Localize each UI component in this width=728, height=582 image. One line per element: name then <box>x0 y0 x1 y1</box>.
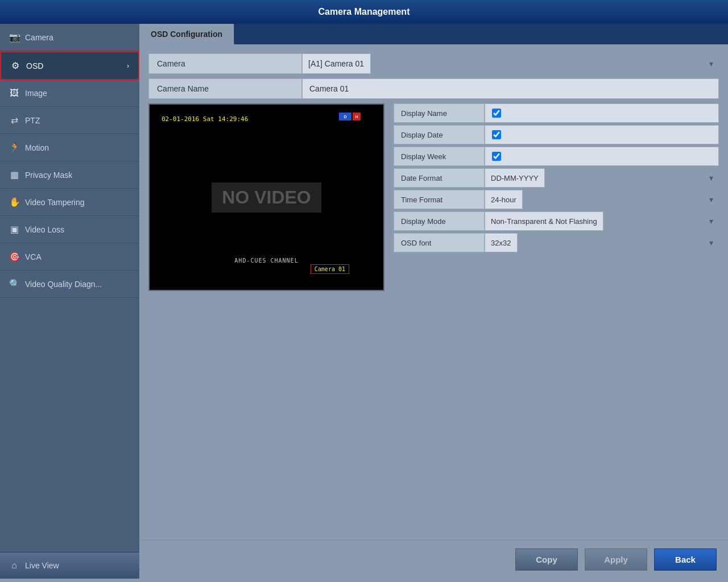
display-mode-label: Display Mode <box>394 211 485 231</box>
camera-name-row: Camera Name <box>148 78 719 99</box>
video-loss-icon: ▣ <box>9 224 19 235</box>
privacy-mask-icon: ▦ <box>9 169 19 180</box>
content-inner: Camera [A1] Camera 01 Camera Name <box>139 44 728 540</box>
camera-select[interactable]: [A1] Camera 01 <box>302 53 371 74</box>
time-format-select[interactable]: 24-hour 12-hour <box>485 190 523 209</box>
display-week-row: Display Week <box>394 147 719 166</box>
image-icon: 🖼 <box>9 88 19 98</box>
date-format-select[interactable]: DD-MM-YYYY MM-DD-YYYY YYYY-MM-DD <box>485 168 545 188</box>
display-date-row: Display Date <box>394 125 719 144</box>
logo-blue: D <box>339 113 351 120</box>
logo-red: H <box>353 113 361 120</box>
camera-name-overlay: Camera 01 <box>311 264 349 274</box>
sidebar-item-image[interactable]: 🖼 Image <box>0 80 139 107</box>
video-quality-icon: 🔍 <box>9 278 19 289</box>
ptz-icon: ⇄ <box>9 115 19 126</box>
camera-name-input[interactable] <box>302 78 719 99</box>
display-week-label: Display Week <box>394 147 485 166</box>
camera-row: Camera [A1] Camera 01 <box>148 53 719 74</box>
apply-button[interactable]: Apply <box>585 548 647 571</box>
sidebar-item-label: Video Tampering <box>25 198 85 207</box>
preview-panel: 02-01-2016 Sat 14:29:46 D H NO VIDEO AHD… <box>148 103 384 291</box>
live-view-button[interactable]: ⌂ Live View <box>0 552 139 579</box>
camera-icon: 📷 <box>9 32 19 43</box>
time-format-row: Time Format 24-hour 12-hour <box>394 190 719 209</box>
sidebar-item-video-loss[interactable]: ▣ Video Loss <box>0 216 139 243</box>
osd-font-row: OSD font 32x32 64x64 16x16 <box>394 233 719 252</box>
display-date-label: Display Date <box>394 125 485 144</box>
video-tampering-icon: ✋ <box>9 197 19 207</box>
display-mode-row: Display Mode Non-Transparent & Not Flash… <box>394 211 719 231</box>
display-date-checkbox[interactable] <box>492 130 501 139</box>
logo-overlay: D H <box>339 113 361 120</box>
display-name-label: Display Name <box>394 103 485 123</box>
display-mode-select[interactable]: Non-Transparent & Not Flashing Transpare… <box>485 211 603 231</box>
osd-content: 02-01-2016 Sat 14:29:46 D H NO VIDEO AHD… <box>148 103 719 291</box>
sidebar-item-osd[interactable]: ⚙ OSD › <box>0 51 139 80</box>
sidebar-item-label: OSD <box>26 61 43 70</box>
display-name-value <box>485 103 719 123</box>
display-date-value <box>485 125 719 144</box>
sidebar: 📷 Camera ⚙ OSD › 🖼 Image ⇄ PTZ 🏃 Motion … <box>0 24 139 579</box>
sidebar-item-label: Motion <box>25 143 49 152</box>
time-overlay: 02-01-2016 Sat 14:29:46 <box>160 115 250 123</box>
osd-font-select[interactable]: 32x32 64x64 16x16 <box>485 233 518 252</box>
chevron-right-icon: › <box>127 62 129 70</box>
display-name-checkbox[interactable] <box>492 109 501 118</box>
camera-label: Camera <box>148 53 302 74</box>
sidebar-item-video-quality[interactable]: 🔍 Video Quality Diagn... <box>0 271 139 298</box>
time-format-label: Time Format <box>394 190 485 209</box>
display-week-value <box>485 147 719 166</box>
video-preview: 02-01-2016 Sat 14:29:46 D H NO VIDEO AHD… <box>148 103 384 291</box>
sidebar-item-label: VCA <box>25 252 42 261</box>
date-format-row: Date Format DD-MM-YYYY MM-DD-YYYY YYYY-M… <box>394 168 719 188</box>
window-title: Camera Management <box>0 0 728 24</box>
sidebar-item-label: Video Loss <box>25 225 64 234</box>
motion-icon: 🏃 <box>9 142 19 153</box>
channel-overlay: AHD-CUES CHANNEL <box>234 257 298 264</box>
sidebar-item-video-tampering[interactable]: ✋ Video Tampering <box>0 189 139 216</box>
back-button[interactable]: Back <box>654 548 717 571</box>
sidebar-item-privacy-mask[interactable]: ▦ Privacy Mask <box>0 161 139 189</box>
osd-icon: ⚙ <box>10 60 20 71</box>
bottom-bar: Copy Apply Back <box>139 540 728 579</box>
content-area: OSD Configuration Camera [A1] Camera 01 … <box>139 24 728 579</box>
no-video-text: NO VIDEO <box>212 182 321 213</box>
camera-name-label: Camera Name <box>148 78 302 99</box>
display-week-checkbox[interactable] <box>492 152 501 161</box>
tab-bar: OSD Configuration <box>139 24 728 44</box>
copy-button[interactable]: Copy <box>515 548 578 571</box>
sidebar-item-label: PTZ <box>25 116 40 125</box>
sidebar-item-motion[interactable]: 🏃 Motion <box>0 134 139 161</box>
sidebar-item-label: Video Quality Diagn... <box>25 280 102 289</box>
sidebar-item-camera[interactable]: 📷 Camera <box>0 24 139 51</box>
display-name-row: Display Name <box>394 103 719 123</box>
vca-icon: 🎯 <box>9 251 19 262</box>
sidebar-item-label: Image <box>25 89 47 98</box>
sidebar-item-label: Camera <box>25 33 53 42</box>
tab-osd-configuration[interactable]: OSD Configuration <box>139 24 234 44</box>
sidebar-item-label: Privacy Mask <box>25 171 72 180</box>
sidebar-item-ptz[interactable]: ⇄ PTZ <box>0 107 139 134</box>
live-view-label: Live View <box>25 561 59 570</box>
osd-settings-panel: Display Name Display Date <box>394 103 719 291</box>
sidebar-item-vca[interactable]: 🎯 VCA <box>0 243 139 271</box>
osd-font-label: OSD font <box>394 233 485 252</box>
live-view-icon: ⌂ <box>9 560 19 571</box>
date-format-label: Date Format <box>394 168 485 188</box>
